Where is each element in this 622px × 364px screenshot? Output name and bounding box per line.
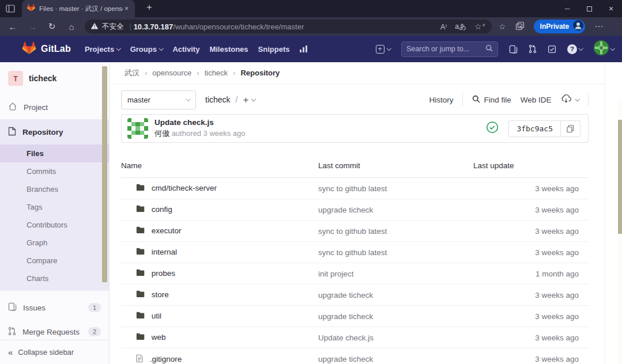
- merge-requests-nav-icon[interactable]: [529, 44, 537, 54]
- gitlab-brand[interactable]: GitLab: [22, 41, 71, 57]
- sidebar-item-issues[interactable]: Issues 1: [0, 295, 109, 320]
- home-icon[interactable]: ⌂: [62, 22, 81, 32]
- tree-controls: master ticheck / + History Find file: [121, 88, 589, 111]
- repository-submenu: Files Commits Branches Tags Contributors…: [0, 145, 109, 287]
- browser-tab[interactable]: Files · master · 武汉 / opensourc ×: [22, 0, 135, 17]
- translate-icon[interactable]: aあ: [455, 22, 466, 32]
- file-name-link[interactable]: config: [152, 205, 172, 214]
- commit-message-link[interactable]: upgrade ticheck: [318, 312, 373, 321]
- todos-icon[interactable]: [548, 45, 556, 54]
- refresh-icon[interactable]: ↻: [42, 21, 62, 32]
- menu-milestones[interactable]: Milestones: [209, 45, 248, 54]
- stats-chart-icon[interactable]: [299, 45, 308, 53]
- url-field[interactable]: 不安全 | 10.3.70.187/wuhan/opensource/tiche…: [85, 20, 492, 33]
- breadcrumb-subgroup[interactable]: opensource: [152, 69, 191, 77]
- menu-snippets[interactable]: Snippets: [258, 45, 290, 54]
- minimize-icon[interactable]: ─: [556, 0, 578, 17]
- add-favorite-icon[interactable]: ☆⁺: [474, 22, 486, 31]
- browser-menu-icon[interactable]: ⋯: [594, 21, 603, 32]
- commit-message-link[interactable]: Update check.js: [318, 333, 374, 342]
- file-name-link[interactable]: web: [152, 333, 166, 342]
- add-file-dropdown[interactable]: +: [243, 95, 255, 105]
- tab-actions-icon[interactable]: [6, 5, 15, 13]
- folder-icon: [136, 312, 145, 321]
- back-icon[interactable]: ←: [3, 22, 22, 32]
- sidebar-subitem-label: Contributors: [27, 221, 67, 229]
- sidebar-section-repository: Repository Files Commits Branches Tags C…: [0, 119, 109, 291]
- file-name-link[interactable]: .gitignore: [150, 355, 182, 363]
- add-icon: +: [243, 95, 248, 105]
- commit-title-link[interactable]: Update check.js: [154, 118, 246, 127]
- inprivate-badge[interactable]: InPrivate: [534, 20, 586, 33]
- commit-author-avatar[interactable]: [127, 118, 148, 139]
- menu-groups[interactable]: Groups: [130, 45, 163, 54]
- branch-selector[interactable]: master: [121, 90, 196, 109]
- search-input[interactable]: [406, 45, 485, 53]
- close-window-icon[interactable]: ×: [600, 0, 622, 17]
- path-root-link[interactable]: ticheck: [205, 95, 231, 104]
- profile-avatar: [573, 20, 583, 33]
- table-row: internal sync to github latest 3 weeks a…: [121, 242, 589, 263]
- history-button[interactable]: History: [429, 96, 453, 104]
- commit-sha-group: 3fbc9ac5: [508, 120, 580, 137]
- file-name-link[interactable]: cmd/ticheck-server: [152, 184, 217, 192]
- page-scrollbar-thumb[interactable]: [618, 120, 622, 234]
- read-aloud-icon[interactable]: A⁾: [440, 22, 447, 31]
- new-dropdown[interactable]: +: [376, 45, 391, 54]
- commit-message-link[interactable]: sync to github latest: [318, 184, 387, 193]
- security-chip[interactable]: 不安全 |: [91, 21, 134, 32]
- file-name-link[interactable]: internal: [152, 248, 177, 256]
- commit-message-link[interactable]: init project: [318, 270, 354, 278]
- maximize-icon[interactable]: [578, 0, 600, 17]
- table-row: web Update check.js 3 weeks ago: [121, 327, 589, 348]
- tab-close-icon[interactable]: ×: [123, 5, 130, 13]
- breadcrumb-project[interactable]: ticheck: [205, 69, 228, 77]
- commit-message-link[interactable]: sync to github latest: [318, 248, 387, 257]
- user-menu[interactable]: [594, 40, 615, 58]
- issues-nav-icon[interactable]: [509, 45, 518, 54]
- web-ide-button[interactable]: Web IDE: [521, 96, 552, 104]
- sidebar-item-project[interactable]: Project: [0, 95, 109, 119]
- breadcrumb-group[interactable]: 武汉: [125, 68, 140, 78]
- sidebar-scrollbar[interactable]: [102, 66, 107, 282]
- sidebar-item-charts[interactable]: Charts: [0, 270, 109, 287]
- new-tab-button[interactable]: +: [143, 2, 156, 13]
- help-menu[interactable]: ?: [567, 44, 583, 54]
- favorites-icon[interactable]: ☆: [499, 22, 506, 31]
- sidebar-subitem-label: Tags: [27, 203, 42, 211]
- pipeline-status-icon[interactable]: [486, 121, 499, 136]
- sidebar-item-contributors[interactable]: Contributors: [0, 216, 109, 234]
- commit-message-link[interactable]: upgrade ticheck: [318, 355, 373, 363]
- sidebar-item-branches[interactable]: Branches: [0, 180, 109, 198]
- commit-message-link[interactable]: upgrade ticheck: [318, 206, 373, 214]
- global-search[interactable]: [401, 41, 498, 57]
- breadcrumb-separator: ›: [197, 69, 199, 77]
- commit-message-link[interactable]: upgrade ticheck: [318, 291, 373, 299]
- file-name-link[interactable]: util: [152, 312, 161, 320]
- download-source-dropdown[interactable]: [561, 94, 579, 105]
- find-file-button[interactable]: Find file: [472, 95, 511, 105]
- tab-title: Files · master · 武汉 / opensourc: [39, 5, 123, 13]
- copy-sha-button[interactable]: [561, 120, 580, 137]
- file-name-link[interactable]: probes: [152, 269, 175, 278]
- sidebar-item-commits[interactable]: Commits: [0, 162, 109, 180]
- collapse-sidebar-button[interactable]: « Collapse sidebar: [0, 340, 109, 364]
- commit-message-link[interactable]: sync to github latest: [318, 227, 387, 236]
- menu-projects[interactable]: Projects: [85, 45, 120, 54]
- sidebar-item-files[interactable]: Files: [0, 145, 109, 162]
- sidebar-item-repository[interactable]: Repository: [0, 119, 109, 145]
- sidebar-subitem-label: Commits: [27, 167, 56, 176]
- sidebar-subitem-label: Branches: [27, 185, 58, 194]
- sidebar-project-header[interactable]: T ticheck: [0, 62, 109, 95]
- commit-author-link[interactable]: 何傲: [154, 129, 169, 138]
- commit-sha[interactable]: 3fbc9ac5: [508, 120, 561, 137]
- menu-activity[interactable]: Activity: [172, 45, 199, 54]
- sidebar-item-graph[interactable]: Graph: [0, 234, 109, 252]
- file-name-link[interactable]: executor: [152, 226, 182, 235]
- commit-meta: 何傲 authored 3 weeks ago: [154, 128, 246, 139]
- sidebar-item-compare[interactable]: Compare: [0, 252, 109, 270]
- collections-icon[interactable]: [515, 21, 525, 32]
- file-name-link[interactable]: store: [152, 290, 169, 299]
- page-scrollbar[interactable]: [617, 98, 622, 364]
- sidebar-item-tags[interactable]: Tags: [0, 198, 109, 216]
